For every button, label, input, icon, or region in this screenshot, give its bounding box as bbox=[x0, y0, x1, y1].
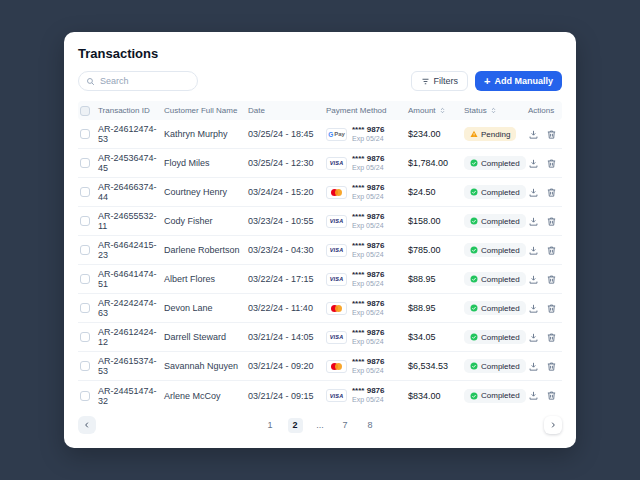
previous-page-button[interactable] bbox=[78, 416, 96, 434]
delete-button[interactable] bbox=[546, 361, 557, 372]
row-actions bbox=[528, 187, 562, 198]
transaction-id: AR-24242474-63 bbox=[98, 298, 164, 318]
download-button[interactable] bbox=[528, 129, 539, 140]
row-actions bbox=[528, 158, 562, 169]
download-button[interactable] bbox=[528, 274, 539, 285]
row-checkbox[interactable] bbox=[80, 332, 90, 342]
status-label: Completed bbox=[481, 188, 520, 197]
check-circle-icon bbox=[470, 246, 478, 254]
delete-button[interactable] bbox=[546, 187, 557, 198]
customer-name: Darlene Robertson bbox=[164, 245, 248, 255]
page-button-8[interactable]: 8 bbox=[363, 418, 378, 433]
transaction-date: 03/22/24 - 17:15 bbox=[248, 274, 326, 284]
payment-method: **** 9876 Exp 05/24 bbox=[326, 357, 408, 376]
amount: $158.00 bbox=[408, 216, 464, 226]
page-button-2[interactable]: 2 bbox=[288, 418, 303, 433]
table-row: AR-64641474-51 Albert Flores 03/22/24 - … bbox=[78, 265, 562, 294]
search-box bbox=[78, 71, 198, 91]
payment-method: **** 9876 Exp 05/24 bbox=[326, 154, 408, 173]
download-button[interactable] bbox=[528, 158, 539, 169]
check-circle-icon bbox=[470, 188, 478, 196]
amount: $1,784.00 bbox=[408, 158, 464, 168]
row-actions bbox=[528, 390, 562, 401]
delete-button[interactable] bbox=[546, 274, 557, 285]
card-expiry: Exp 05/24 bbox=[352, 164, 384, 173]
card-number: **** 9876 bbox=[352, 183, 384, 193]
sort-icon[interactable] bbox=[490, 107, 497, 114]
column-header-transaction-id: Transaction ID bbox=[98, 106, 164, 115]
chevron-right-icon bbox=[549, 421, 557, 429]
payment-method: **** 9876 Exp 05/24 bbox=[326, 386, 408, 405]
card-icon bbox=[326, 389, 347, 402]
download-button[interactable] bbox=[528, 303, 539, 314]
card-expiry: Exp 05/24 bbox=[352, 280, 384, 289]
row-checkbox[interactable] bbox=[80, 216, 90, 226]
row-actions bbox=[528, 274, 562, 285]
table-row: AR-24615374-53 Savannah Nguyen 03/21/24 … bbox=[78, 352, 562, 381]
delete-button[interactable] bbox=[546, 158, 557, 169]
row-checkbox[interactable] bbox=[80, 303, 90, 313]
card-icon bbox=[326, 360, 347, 373]
page-title: Transactions bbox=[78, 46, 562, 61]
amount: $88.95 bbox=[408, 274, 464, 284]
delete-button[interactable] bbox=[546, 303, 557, 314]
next-page-button[interactable] bbox=[544, 416, 562, 434]
delete-button[interactable] bbox=[546, 332, 557, 343]
card-number: **** 9876 bbox=[352, 357, 384, 367]
card-expiry: Exp 05/24 bbox=[352, 367, 384, 376]
download-button[interactable] bbox=[528, 245, 539, 256]
page-button-1[interactable]: 1 bbox=[263, 418, 278, 433]
table-row: AR-24612474-53 Kathryn Murphy 03/25/24 -… bbox=[78, 120, 562, 149]
table-body: AR-24612474-53 Kathryn Murphy 03/25/24 -… bbox=[78, 120, 562, 410]
status-badge: Completed bbox=[464, 330, 526, 344]
add-manually-button[interactable]: + Add Manually bbox=[475, 71, 562, 91]
download-button[interactable] bbox=[528, 332, 539, 343]
toolbar: Filters + Add Manually bbox=[78, 71, 562, 91]
row-checkbox[interactable] bbox=[80, 391, 90, 401]
search-input[interactable] bbox=[100, 76, 190, 86]
select-all-checkbox[interactable] bbox=[80, 106, 90, 116]
row-checkbox[interactable] bbox=[80, 274, 90, 284]
payment-method: **** 9876 Exp 05/24 bbox=[326, 125, 408, 144]
transaction-id: AR-24655532-11 bbox=[98, 211, 164, 231]
download-button[interactable] bbox=[528, 187, 539, 198]
column-header-customer-name: Customer Full Name bbox=[164, 106, 248, 115]
sort-icon[interactable] bbox=[439, 107, 446, 114]
card-expiry: Exp 05/24 bbox=[352, 193, 384, 202]
delete-button[interactable] bbox=[546, 129, 557, 140]
transaction-date: 03/25/24 - 18:45 bbox=[248, 129, 326, 139]
row-checkbox[interactable] bbox=[80, 158, 90, 168]
row-checkbox[interactable] bbox=[80, 187, 90, 197]
download-button[interactable] bbox=[528, 216, 539, 227]
customer-name: Kathryn Murphy bbox=[164, 129, 248, 139]
payment-method: **** 9876 Exp 05/24 bbox=[326, 299, 408, 318]
row-actions bbox=[528, 332, 562, 343]
page-ellipsis: ... bbox=[313, 418, 328, 433]
status-badge: Completed bbox=[464, 389, 526, 403]
row-checkbox[interactable] bbox=[80, 129, 90, 139]
status-badge: Completed bbox=[464, 185, 526, 199]
customer-name: Savannah Nguyen bbox=[164, 361, 248, 371]
status-label: Completed bbox=[481, 333, 520, 342]
customer-name: Devon Lane bbox=[164, 303, 248, 313]
page-number-list: 12...78 bbox=[96, 418, 544, 433]
status-badge: Completed bbox=[464, 359, 526, 373]
delete-button[interactable] bbox=[546, 216, 557, 227]
page-button-7[interactable]: 7 bbox=[338, 418, 353, 433]
card-icon bbox=[326, 331, 347, 344]
delete-button[interactable] bbox=[546, 390, 557, 401]
row-checkbox[interactable] bbox=[80, 361, 90, 371]
delete-button[interactable] bbox=[546, 245, 557, 256]
transaction-date: 03/24/24 - 15:20 bbox=[248, 187, 326, 197]
transaction-id: AR-24612424-12 bbox=[98, 327, 164, 347]
card-icon bbox=[326, 302, 347, 315]
download-button[interactable] bbox=[528, 390, 539, 401]
row-checkbox[interactable] bbox=[80, 245, 90, 255]
chevron-left-icon bbox=[83, 421, 91, 429]
transaction-id: AR-64641474-51 bbox=[98, 269, 164, 289]
column-header-status: Status bbox=[464, 106, 528, 115]
filters-button[interactable]: Filters bbox=[411, 71, 469, 91]
download-button[interactable] bbox=[528, 361, 539, 372]
check-circle-icon bbox=[470, 159, 478, 167]
transaction-date: 03/21/24 - 14:05 bbox=[248, 332, 326, 342]
